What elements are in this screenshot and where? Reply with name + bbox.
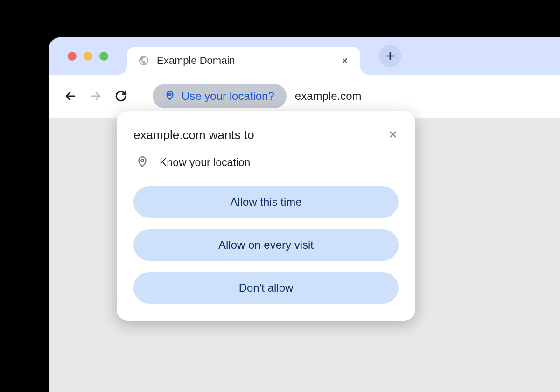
reload-button[interactable] xyxy=(113,89,128,104)
allow-this-time-button[interactable]: Allow this time xyxy=(133,186,399,218)
tab-bar: Example Domain xyxy=(49,37,560,75)
tab-title: Example Domain xyxy=(157,55,341,67)
browser-tab[interactable]: Example Domain xyxy=(127,47,360,75)
globe-icon xyxy=(138,55,149,66)
allow-every-visit-button[interactable]: Allow on every visit xyxy=(133,229,399,261)
address-bar[interactable]: Use your location? example.com xyxy=(153,84,362,108)
svg-point-0 xyxy=(169,93,171,96)
window-controls xyxy=(68,52,108,61)
close-tab-button[interactable] xyxy=(341,56,349,65)
location-pin-icon xyxy=(165,90,175,102)
permission-popup: example.com wants to Know your location … xyxy=(117,111,415,321)
maximize-window-button[interactable] xyxy=(99,52,108,61)
chip-label: Use your location? xyxy=(182,90,274,103)
minimize-window-button[interactable] xyxy=(84,52,92,61)
forward-button[interactable] xyxy=(88,89,103,104)
back-button[interactable] xyxy=(63,89,78,104)
location-permission-chip[interactable]: Use your location? xyxy=(153,84,287,108)
location-pin-icon xyxy=(136,155,148,169)
url-text: example.com xyxy=(295,90,362,103)
close-popup-button[interactable] xyxy=(387,129,399,142)
permission-label: Know your location xyxy=(160,156,250,169)
close-window-button[interactable] xyxy=(68,52,77,61)
dont-allow-button[interactable]: Don't allow xyxy=(133,272,399,304)
svg-point-1 xyxy=(141,159,143,161)
popup-title: example.com wants to xyxy=(133,128,254,142)
new-tab-button[interactable] xyxy=(379,45,401,67)
